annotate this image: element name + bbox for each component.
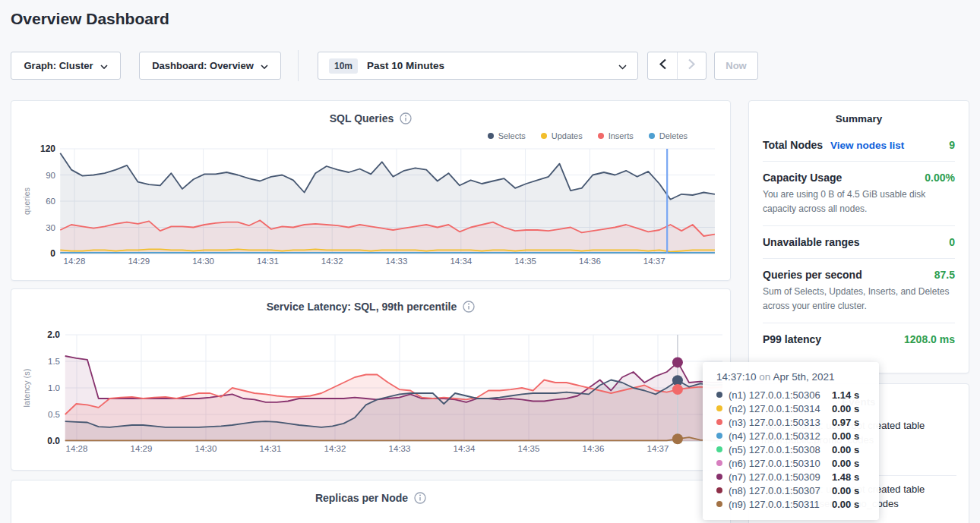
legend-item-deletes: Deletes [649,131,688,140]
summary-label: Capacity Usage [763,172,842,184]
node-color-dot [716,474,722,480]
series-color-dot [488,133,494,139]
tooltip-row: (n5) 127.0.0.1:503080.00 s [716,443,879,456]
svg-text:14:32: 14:32 [321,257,343,266]
tooltip-node-label: (n8) 127.0.0.1:50307 [729,485,826,496]
svg-text:14:31: 14:31 [257,257,279,266]
node-color-dot [716,487,722,493]
prev-range-button[interactable] [648,52,677,79]
node-color-dot [716,419,722,425]
now-button[interactable]: Now [714,52,758,80]
svg-text:14:28: 14:28 [64,257,86,266]
service-latency-chart[interactable]: 14:2814:2914:3014:3114:3214:3314:3414:35… [11,326,732,474]
svg-text:0.0: 0.0 [47,436,60,446]
series-color-dot [649,133,655,139]
svg-text:14:36: 14:36 [583,444,605,453]
summary-caption: Sum of Selects, Updates, Inserts, and De… [763,285,955,313]
tooltip-node-value: 1.48 s [832,471,859,483]
svg-text:1.5: 1.5 [48,357,60,366]
chevron-down-icon [261,60,268,71]
tooltip-time: 14:37:10 [716,371,757,383]
tooltip-row: (n3) 127.0.0.1:503130.97 s [716,415,879,429]
summary-value: 0 [949,236,955,248]
summary-value: 1208.0 ms [904,333,955,345]
time-range-picker[interactable]: 10m Past 10 Minutes [318,52,638,80]
summary-row-total-nodes: Total Nodes View nodes list 9 [763,129,955,162]
tooltip-node-value: 0.00 s [832,458,859,469]
tooltip-node-value: 0.00 s [832,430,859,442]
info-icon[interactable] [400,112,412,124]
summary-label: P99 latency [763,333,821,345]
sql-queries-chart[interactable]: 14:2814:2914:3014:3114:3214:3314:3414:35… [11,140,732,282]
svg-text:14:33: 14:33 [389,444,411,453]
summary-row-capacity-usage: Capacity Usage 0.00% You are using 0 B o… [763,162,955,226]
tooltip-row: (n8) 127.0.0.1:503070.00 s [716,484,879,497]
time-range-label: Past 10 Minutes [367,60,609,71]
tooltip-row: (n7) 127.0.0.1:503091.48 s [716,470,879,484]
tooltip-node-value: 0.00 s [832,499,859,510]
tooltip-node-label: (n9) 127.0.0.1:50311 [729,499,826,510]
tooltip-row: (n1) 127.0.0.1:503061.14 s [716,388,879,402]
info-icon[interactable] [463,301,475,313]
svg-text:14:31: 14:31 [260,444,282,453]
hover-tooltip: 14:37:10 on Apr 5th, 2021 (n1) 127.0.0.1… [703,362,879,520]
summary-row-unavailable-ranges: Unavailable ranges 0 [763,226,955,259]
dashboard-dropdown[interactable]: Dashboard: Overview [139,52,281,80]
svg-text:14:37: 14:37 [643,257,665,266]
chevron-left-icon [659,58,666,73]
next-range-button[interactable] [677,52,706,79]
tooltip-node-value: 0.97 s [832,417,859,428]
node-color-dot [716,405,722,411]
tooltip-node-value: 1.14 s [832,389,859,401]
tooltip-node-value: 0.00 s [832,403,859,414]
summary-label: Total Nodes [763,139,823,151]
chevron-down-icon [618,59,627,73]
node-color-dot [716,392,722,398]
chevron-right-icon [688,58,695,73]
summary-label: Unavailable ranges [763,236,860,248]
tooltip-row: (n9) 127.0.0.1:503110.00 s [716,497,879,511]
time-range-badge: 10m [329,58,358,74]
svg-text:14:32: 14:32 [324,444,346,453]
summary-value: 87.5 [934,269,955,281]
info-icon[interactable] [414,492,426,504]
view-nodes-list-link[interactable]: View nodes list [830,140,904,151]
tooltip-row: (n6) 127.0.0.1:503100.00 s [716,456,879,470]
svg-text:14:34: 14:34 [450,257,472,266]
svg-text:14:34: 14:34 [454,444,476,453]
svg-text:14:29: 14:29 [131,444,153,453]
service-latency-chart-title: Service Latency: SQL, 99th percentile [267,301,457,313]
svg-text:14:29: 14:29 [128,257,150,266]
chart-legend: Selects Updates Inserts Deletes [488,131,688,140]
dashboard-dropdown-label: Dashboard: Overview [152,60,254,71]
svg-text:14:37: 14:37 [647,444,669,453]
tooltip-node-value: 0.00 s [832,444,859,455]
series-color-dot [598,133,604,139]
legend-item-selects: Selects [488,131,526,140]
svg-text:14:35: 14:35 [518,444,540,453]
graph-dropdown[interactable]: Graph: Cluster [11,52,121,80]
summary-title: Summary [763,113,955,124]
sql-queries-card: SQL Queries Selects Updates Inserts Dele… [11,100,731,281]
svg-text:latency (s): latency (s) [22,369,31,408]
replicas-per-node-card: Replicas per Node [11,480,731,523]
svg-text:14:33: 14:33 [386,257,408,266]
svg-text:14:30: 14:30 [192,257,214,266]
replicas-chart-title: Replicas per Node [315,492,408,504]
summary-row-p99-latency: P99 latency 1208.0 ms [763,323,955,355]
chevron-down-icon [100,60,108,71]
svg-text:0.5: 0.5 [48,410,60,419]
node-color-dot [716,460,722,466]
svg-text:1.0: 1.0 [48,383,60,392]
node-color-dot [716,501,722,507]
tooltip-on-word: on [759,371,770,383]
summary-label: Queries per second [763,269,862,281]
summary-panel: Summary Total Nodes View nodes list 9 Ca… [748,100,969,373]
svg-text:14:30: 14:30 [195,444,217,453]
tooltip-node-label: (n5) 127.0.0.1:50308 [729,444,826,455]
tooltip-row: (n2) 127.0.0.1:503140.00 s [716,402,879,415]
svg-text:14:28: 14:28 [66,444,88,453]
tooltip-date: Apr 5th, 2021 [773,371,834,383]
summary-row-queries-per-second: Queries per second 87.5 Sum of Selects, … [763,259,955,323]
page-title: Overview Dashboard [11,10,169,28]
